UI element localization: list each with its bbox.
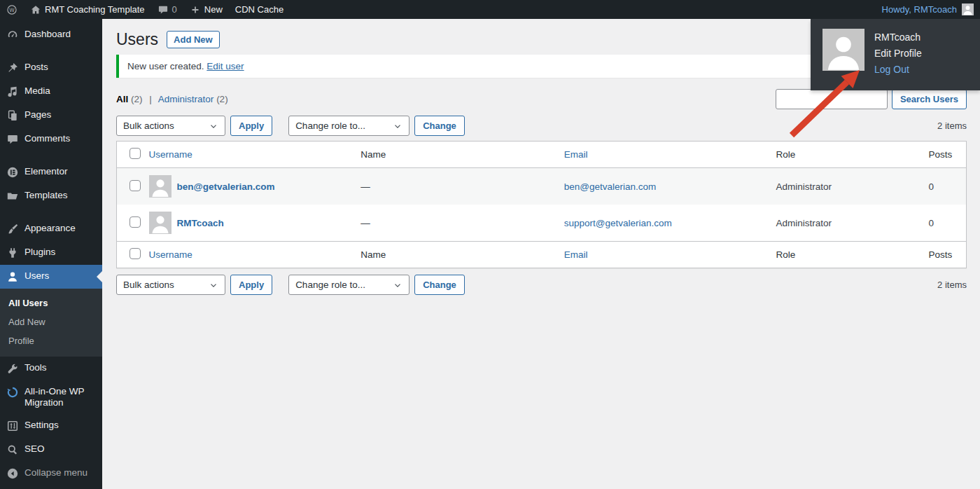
name-header: Name (360, 249, 386, 260)
bulk-actions-top: Bulk actions Apply Change role to... Cha… (116, 116, 465, 136)
admin-sidebar: Dashboard Posts Media Pages Comments Ele… (0, 19, 102, 489)
sort-username-header[interactable]: Username (149, 149, 192, 160)
comments-menu[interactable]: 0 (151, 0, 183, 19)
edit-user-link[interactable]: Edit user (206, 61, 244, 71)
select-all-checkbox[interactable] (130, 148, 141, 159)
sidebar-item-appearance[interactable]: Appearance (0, 217, 102, 241)
avatar (149, 175, 172, 198)
sidebar-separator (0, 208, 102, 217)
sidebar-item-settings[interactable]: Settings (0, 414, 102, 438)
sidebar-item-posts[interactable]: Posts (0, 56, 102, 80)
avatar (149, 212, 172, 234)
sidebar-item-comments[interactable]: Comments (0, 128, 102, 151)
sidebar-item-plugins[interactable]: Plugins (0, 241, 102, 265)
posts-header: Posts (929, 149, 953, 160)
filter-all-count: (2) (131, 94, 143, 104)
sort-email-header[interactable]: Email (564, 149, 588, 160)
submenu-item-add-new[interactable]: Add New (0, 312, 102, 331)
filter-administrator-link[interactable]: Administrator (158, 94, 214, 104)
posts-count-link[interactable]: 0 (929, 218, 934, 228)
bulk-actions-select[interactable]: Bulk actions (116, 275, 225, 295)
sidebar-item-seo[interactable]: SEO (0, 438, 102, 462)
change-role-value: Change role to... (295, 280, 365, 290)
sidebar-item-dashboard[interactable]: Dashboard (0, 23, 102, 47)
posts-count-link[interactable]: 0 (929, 181, 934, 192)
username-link[interactable]: RMTcoach (177, 218, 224, 228)
account-dropdown: RMTcoach Edit Profile Log Out (811, 19, 980, 90)
bulk-actions-select[interactable]: Bulk actions (116, 116, 225, 136)
plus-icon (190, 4, 201, 15)
users-submenu: All Users Add New Profile (0, 289, 102, 357)
sidebar-item-media[interactable]: Media (0, 80, 102, 104)
search-users-button[interactable]: Search Users (892, 89, 967, 109)
sidebar-item-label: Posts (24, 62, 48, 73)
sidebar-item-label: Collapse menu (24, 467, 88, 478)
avatar (962, 4, 974, 15)
sidebar-item-templates[interactable]: Templates (0, 184, 102, 208)
apply-button[interactable]: Apply (230, 116, 272, 136)
add-new-user-button[interactable]: Add New (167, 31, 220, 48)
change-role-select[interactable]: Change role to... (288, 116, 410, 136)
change-button[interactable]: Change (414, 116, 465, 136)
folder-icon (6, 190, 19, 202)
comment-bubble-icon (158, 4, 169, 15)
submenu-item-profile[interactable]: Profile (0, 331, 102, 350)
log-out-link[interactable]: Log Out (874, 64, 922, 75)
users-table: Username Name Email Role Posts ben@getva… (116, 141, 967, 268)
email-link[interactable]: ben@getvalerian.com (564, 181, 657, 192)
new-content-menu[interactable]: New (183, 0, 229, 19)
magnifier-icon (6, 443, 19, 456)
sidebar-separator (0, 151, 102, 160)
sidebar-item-label: Comments (24, 133, 70, 144)
sidebar-item-label: SEO (24, 443, 45, 455)
change-button[interactable]: Change (414, 275, 465, 295)
account-display-name: RMTcoach (874, 32, 922, 43)
dashboard-icon (6, 29, 19, 41)
select-all-checkbox[interactable] (130, 248, 141, 259)
items-count: 2 items (937, 120, 967, 131)
wordpress-logo-menu[interactable]: W (0, 0, 24, 19)
sidebar-item-ai1wm-migration[interactable]: All-in-One WP Migration (0, 380, 102, 414)
home-icon (30, 4, 41, 15)
row-checkbox[interactable] (130, 216, 141, 228)
sidebar-item-label: Pages (24, 109, 51, 120)
collapse-menu-button[interactable]: Collapse menu (0, 462, 102, 485)
edit-profile-link[interactable]: Edit Profile (874, 48, 922, 59)
filter-all-link[interactable]: All (116, 94, 128, 104)
posts-header: Posts (929, 249, 953, 260)
settings-icon (6, 420, 19, 432)
name-header: Name (360, 149, 386, 160)
sort-email-header[interactable]: Email (564, 249, 588, 260)
email-link[interactable]: support@getvalerian.com (564, 218, 672, 228)
submenu-item-all-users[interactable]: All Users (0, 294, 102, 312)
sidebar-item-label: Elementor (24, 166, 68, 177)
sidebar-item-elementor[interactable]: Elementor (0, 160, 102, 184)
cdn-cache-menu[interactable]: CDN Cache (229, 0, 290, 19)
username-link[interactable]: ben@getvalerian.com (177, 181, 275, 192)
chevron-down-icon (209, 121, 218, 131)
sidebar-item-pages[interactable]: Pages (0, 104, 102, 128)
filter-separator: | (149, 94, 152, 104)
apply-button[interactable]: Apply (230, 275, 272, 295)
cdn-cache-label: CDN Cache (235, 4, 284, 15)
views-filter: All (2) | Administrator (2) (116, 89, 228, 104)
users-icon (6, 270, 19, 283)
search-input[interactable] (776, 89, 888, 109)
sidebar-item-label: Users (24, 270, 49, 282)
howdy-label: Howdy, RMTcoach (882, 4, 957, 15)
comments-count: 0 (172, 4, 177, 15)
row-checkbox[interactable] (130, 180, 141, 191)
sidebar-item-label: Plugins (24, 247, 55, 258)
account-menu[interactable]: Howdy, RMTcoach (876, 4, 980, 15)
search-box: Search Users (776, 89, 967, 109)
svg-text:W: W (9, 6, 15, 13)
change-role-select[interactable]: Change role to... (288, 275, 410, 295)
role-cell: Administrator (776, 181, 832, 192)
sidebar-item-users[interactable]: Users (0, 265, 102, 289)
sidebar-item-tools[interactable]: Tools (0, 357, 102, 380)
page-title: Users (116, 30, 158, 49)
comment-bubble-icon (6, 133, 19, 146)
change-role-value: Change role to... (295, 120, 365, 131)
site-name-menu[interactable]: RMT Coaching Template (24, 0, 151, 19)
sort-username-header[interactable]: Username (149, 249, 192, 260)
